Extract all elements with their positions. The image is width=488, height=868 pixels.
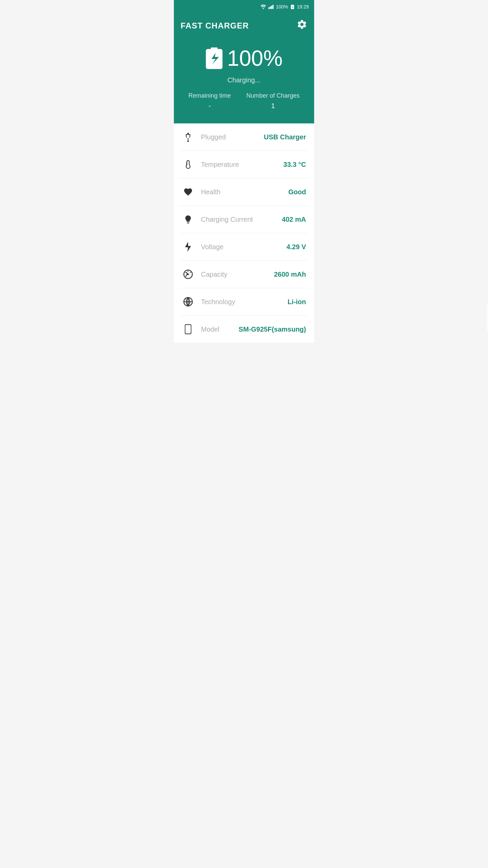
- temperature-label: Temperature: [201, 161, 239, 169]
- technology-row: Technology Li-ion: [179, 288, 309, 316]
- battery-display: 100%: [205, 46, 283, 71]
- charging-current-value: 402 mA: [282, 216, 306, 223]
- charging-info-row: Remaining time - Number of Charges 1: [181, 92, 307, 110]
- heart-icon: [182, 186, 194, 198]
- battery-icon: [205, 47, 223, 70]
- svg-line-23: [186, 299, 186, 300]
- svg-point-0: [263, 8, 264, 9]
- svg-rect-12: [187, 141, 189, 142]
- health-row: Health Good: [179, 178, 309, 206]
- svg-rect-27: [186, 326, 191, 332]
- model-value: SM-G925F(samsung): [239, 326, 306, 333]
- health-value: Good: [288, 188, 306, 196]
- remaining-time-label: Remaining time: [188, 92, 231, 99]
- plugged-label: Plugged: [201, 133, 226, 141]
- svg-rect-1: [268, 7, 269, 9]
- svg-rect-3: [271, 6, 272, 9]
- svg-line-20: [186, 272, 186, 273]
- status-icons: 100% 19:29: [260, 4, 309, 9]
- plugged-row: Plugged USB Charger: [179, 123, 309, 151]
- svg-rect-6: [292, 5, 293, 5]
- model-row: Model SM-G925F(samsung): [179, 316, 309, 343]
- bolt-icon: [182, 241, 194, 253]
- svg-rect-2: [270, 6, 271, 9]
- time-display: 19:29: [297, 4, 309, 9]
- bulb-icon: [182, 213, 194, 225]
- battery-percentage-status: 100%: [276, 4, 288, 9]
- app-title: FAST CHARGER: [181, 21, 249, 31]
- remaining-time-value: -: [208, 102, 211, 110]
- number-of-charges-item: Number of Charges 1: [246, 92, 300, 110]
- battery-percentage: 100%: [227, 46, 283, 71]
- plugged-value: USB Charger: [264, 133, 306, 141]
- wifi-icon: [260, 4, 266, 9]
- charging-current-row: Charging Current 402 mA: [179, 206, 309, 233]
- tech-icon: [182, 296, 194, 308]
- number-of-charges-label: Number of Charges: [246, 92, 300, 99]
- svg-rect-4: [272, 5, 273, 9]
- technology-value: Li-ion: [288, 298, 306, 306]
- svg-line-19: [190, 272, 191, 273]
- speedometer-icon: [182, 268, 194, 280]
- number-of-charges-value: 1: [271, 102, 275, 110]
- app-header: FAST CHARGER: [174, 14, 314, 39]
- technology-label: Technology: [201, 298, 235, 306]
- model-label: Model: [201, 326, 219, 333]
- battery-status-icon: [290, 4, 295, 9]
- temperature-row: Temperature 33.3 °C: [179, 151, 309, 178]
- health-label: Health: [201, 188, 221, 196]
- voltage-value: 4.29 V: [286, 243, 306, 251]
- temperature-value: 33.3 °C: [283, 161, 306, 169]
- plug-icon: [182, 131, 194, 143]
- capacity-row: Capacity 2600 mAh: [179, 261, 309, 288]
- remaining-time-item: Remaining time -: [188, 92, 231, 110]
- settings-button[interactable]: [297, 19, 307, 32]
- temperature-icon: [182, 158, 194, 171]
- voltage-label: Voltage: [201, 243, 224, 251]
- signal-icon: [268, 4, 274, 9]
- battery-section: 100% Charging... Remaining time - Number…: [174, 39, 314, 123]
- voltage-row: Voltage 4.29 V: [179, 233, 309, 261]
- status-bar: 100% 19:29: [174, 0, 314, 14]
- phone-icon: [182, 323, 194, 335]
- charging-current-label: Charging Current: [201, 216, 253, 223]
- capacity-label: Capacity: [201, 271, 227, 278]
- details-section: Plugged USB Charger Temperature 33.3 °C: [174, 123, 314, 343]
- capacity-value: 2600 mAh: [274, 271, 306, 278]
- charging-status-text: Charging...: [227, 76, 261, 84]
